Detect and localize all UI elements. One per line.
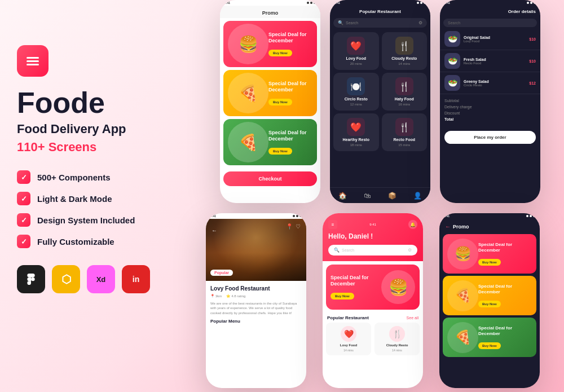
order-search[interactable]: Search [443, 19, 537, 27]
promo-dark-card-3: 🍕 Special Deal for December Buy Now [443, 318, 536, 357]
feature-label-2: Light & Dark Mode [37, 194, 112, 204]
rest-item-cloudy[interactable]: 🍴 Cloudy Resto 14 mins [374, 323, 420, 355]
restaurant-circlo[interactable]: 🍽️ Circlo Resto 12 mins [333, 73, 379, 111]
order-item-1: 🥗 Original Salad Lovy Food $10 [440, 28, 540, 50]
promo-text-3: Special Deal for December Buy Now [268, 130, 312, 155]
screens-count: 110+ Screens [17, 140, 192, 155]
promo-dark-card-1: 🍔 Special Deal for December Buy Now [443, 234, 536, 274]
promo-dark-btn-1[interactable]: Buy Now [478, 259, 501, 266]
figma-icon[interactable] [17, 265, 45, 293]
sketch-icon[interactable]: ⬡ [52, 265, 80, 293]
nav-home[interactable]: 🏠 [338, 192, 347, 200]
order-item-img-1: 🥗 [444, 31, 460, 47]
rest-item-lovy[interactable]: ❤️ Lovy Food 14 mins [326, 323, 371, 355]
phone-order-details: 9:41 Order details Search 🥗 Original Sal… [440, 0, 540, 203]
promo-text-1: Special Deal for December Buy Now [268, 32, 312, 57]
restaurant-meta: 📍 3km ⭐ 4.8 rating [210, 294, 302, 298]
promo-dark-text-3: Special Deal for December Buy Now [478, 325, 532, 349]
popular-restaurant-title: Popular Restaurant [330, 6, 430, 16]
nav-orders[interactable]: 📦 [388, 192, 396, 200]
order-item-3: 🥗 Greeny Salad Circlo Resto $12 [440, 72, 540, 94]
home-promo-card: Special Deal for December Buy Now 🍔 [326, 265, 420, 310]
home-search[interactable]: 🔍 Search ⚙ [328, 245, 417, 256]
xd-icon[interactable]: Xd [87, 265, 115, 293]
promo-text-2: Special Deal for December Buy Now [268, 81, 312, 106]
promo-buy-btn-3[interactable]: Buy Now [268, 148, 292, 155]
logo-icon [17, 45, 49, 77]
order-row-delivery: Delivery charge [444, 105, 536, 109]
promo-food-3: 🍕 [228, 122, 268, 162]
promo-dark-btn-2[interactable]: Buy Now [478, 301, 501, 307]
feature-item-2: Light & Dark Mode [17, 192, 192, 205]
brand-name: Foode [17, 88, 192, 117]
promo-card-2: 🍕 Special Deal for December Buy Now [223, 70, 317, 116]
checkout-button[interactable]: Checkout [223, 171, 317, 186]
feature-item-4: Fully Customizable [17, 235, 192, 248]
promo-dark-text-1: Special Deal for December Buy Now [478, 242, 532, 265]
promo-dark-btn-3[interactable]: Buy Now [478, 342, 501, 349]
order-details-title: Order details [440, 6, 540, 17]
home-promo-btn[interactable]: Buy Now [331, 293, 354, 299]
place-order-button[interactable]: Place my order [444, 131, 536, 144]
restaurant-distance: 📍 3km [210, 294, 222, 298]
promo-food-1: 🍔 [228, 24, 268, 64]
promo-dark-card-2: 🍕 Special Deal for December Buy Now [443, 276, 536, 315]
home-header: ≡ 9:41 🔔 Hello, Daniel ! 🔍 Search ⚙ [323, 213, 423, 261]
restaurant-rating: ⭐ 4.8 rating [226, 294, 245, 298]
feature-label-1: 500+ Components [37, 173, 111, 182]
nav-search[interactable]: 🛍 [364, 192, 371, 200]
restaurant-haty[interactable]: 🍴 Haty Food 16 mins [382, 73, 428, 111]
order-item-img-2: 🥗 [444, 53, 460, 69]
tagline: Food Delivery App [17, 122, 192, 136]
restaurant-name: Lovy Food Restaurant [210, 285, 302, 292]
rest-icon-cloudy: 🍴 [389, 326, 405, 342]
feature-item-1: 500+ Components [17, 170, 192, 184]
check-icon-4 [17, 235, 30, 248]
promo-food-2: 🍕 [228, 73, 268, 113]
order-row-total: Total [444, 117, 536, 121]
restaurant-cloudy[interactable]: 🍴 Cloudy Resto 14 mins [382, 32, 428, 70]
restaurant-recto[interactable]: 🍴 Recto Food 15 mins [382, 113, 428, 151]
phone-home-light: ≡ 9:41 🔔 Hello, Daniel ! 🔍 Search ⚙ Spec… [323, 213, 423, 388]
order-row-subtotal: Subtotal [444, 99, 536, 103]
order-summary: Subtotal Delivery charge Discount Total [440, 94, 540, 128]
restaurant-lovy[interactable]: ❤️ Lovy Food 20 mins [333, 32, 379, 70]
home-promo-food: 🍔 [381, 270, 415, 304]
restaurant-hearthy[interactable]: ❤️ Hearthy Resto 18 mins [333, 113, 379, 151]
popular-restaurants-row: ❤️ Lovy Food 14 mins 🍴 Cloudy Resto 14 m… [323, 323, 423, 355]
search-input-popular[interactable] [346, 21, 416, 25]
feature-label-4: Fully Customizable [37, 237, 114, 246]
promo-buy-btn-2[interactable]: Buy Now [268, 99, 292, 105]
check-icon-1 [17, 170, 30, 184]
promo-screen-title: Promo [220, 6, 320, 18]
promo-dark-food-1: 🍔 [447, 239, 478, 270]
phone-promo-dark: 9:41 ← Promo 🍔 Special Deal for December… [439, 213, 540, 388]
nav-profile[interactable]: 👤 [413, 192, 422, 200]
svg-rect-2 [27, 64, 39, 65]
search-bar-popular[interactable]: 🔍 ⚙ [333, 18, 427, 28]
invision-icon[interactable]: in [122, 265, 150, 293]
greeting-text: Hello, Daniel ! [328, 232, 417, 240]
promo-card-1: 🍔 Special Deal for December Buy Now [223, 21, 317, 67]
popular-header: Popular Restaurant See all [323, 313, 423, 323]
restaurant-detail-content: Lovy Food Restaurant 📍 3km ⭐ 4.8 rating … [206, 281, 306, 328]
order-item-img-3: 🥗 [444, 75, 460, 91]
promo-card-3: 🍕 Special Deal for December Buy Now [223, 119, 317, 165]
check-icon-3 [17, 213, 30, 227]
rest-icon-lovy: ❤️ [341, 326, 356, 342]
feature-list: 500+ Components Light & Dark Mode Design… [17, 170, 192, 248]
feature-label-3: Design System Included [37, 215, 135, 225]
popular-menu-label: Popular Menu [210, 319, 302, 324]
phone-promo-light: 9:41 Promo 🍔 Special Deal for December B… [220, 0, 320, 203]
restaurant-description: We are one of the best restaurants in th… [210, 301, 302, 315]
check-icon-2 [17, 192, 30, 205]
phone-popular-restaurant: 9:41 Popular Restaurant 🔍 ⚙ ❤️ Lovy Food… [330, 0, 430, 203]
promo-buy-btn-1[interactable]: Buy Now [268, 50, 292, 56]
promo-dark-food-3: 🍕 [447, 322, 478, 353]
restaurant-interior-image: ← 📍 ♡ Popular [206, 219, 306, 281]
bottom-nav-dark: 🏠 🛍 📦 👤 [330, 187, 430, 203]
order-item-2: 🥗 Fresh Salad Recto Food $10 [440, 50, 540, 72]
phone-restaurant-detail: 9:41 ← 📍 ♡ Popular Lovy Food Restaurant … [206, 213, 306, 388]
promo-dark-text-2: Special Deal for December Buy Now [478, 284, 532, 307]
tool-icons: ⬡ Xd in [17, 265, 192, 293]
